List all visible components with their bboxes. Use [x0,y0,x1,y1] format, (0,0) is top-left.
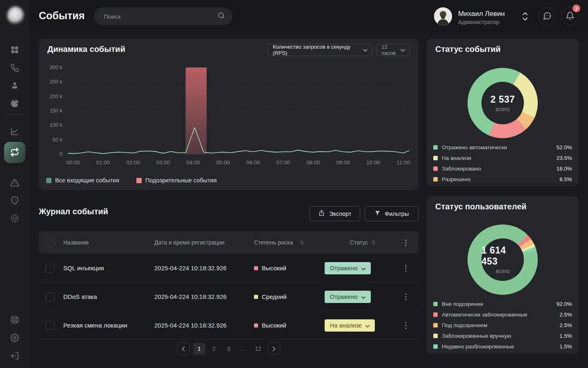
legend-row: Заблокированные вручную 1.5% [433,332,572,339]
column-header-status[interactable]: Статус ⇅ [350,231,376,254]
legend-row: Разрешено 6.5% [433,176,572,182]
row-menu-icon[interactable]: ⋮ [400,283,412,311]
svg-text:250 k: 250 k [49,79,62,85]
avatar[interactable] [434,7,452,25]
event-risk: Средний [254,283,287,311]
risk-swatch [254,323,258,328]
notifications-count-badge: 2 [572,4,580,12]
svg-text:07:00: 07:00 [276,159,290,166]
legend-label: Подозрительные события [145,177,217,184]
export-label: Экспорт [329,211,351,217]
sidebar-item-users[interactable] [9,80,20,91]
legend-swatch [433,166,438,171]
user-menu-expander-icon[interactable] [521,11,529,22]
metric-select[interactable]: Количество запросов в секунду (RPS) [267,44,372,56]
legend-swatch [433,323,438,328]
select-all-checkbox[interactable] [45,238,54,247]
messages-button[interactable] [538,7,556,25]
row-checkbox[interactable] [45,264,54,273]
logout-icon [10,351,19,360]
svg-text:09:00: 09:00 [336,159,350,166]
events-status-donut: 2 537 всего [468,68,538,138]
chevron-down-icon [361,294,365,300]
column-header-datetime: Дата и время регистрации [154,231,225,254]
pagination-page-1[interactable]: 1 [193,343,205,355]
sidebar-item-analytics[interactable] [9,126,20,137]
search-bar [94,7,233,25]
legend-row: Недавно разблокированные 1.5% [433,343,572,350]
row-menu-icon[interactable]: ⋮ [400,254,412,282]
user-icon [10,81,19,90]
row-menu-icon[interactable]: ⋮ [400,311,412,339]
filter-icon [374,210,381,218]
events-total: 2 537 [490,94,515,105]
legend-percent: 92.0% [557,301,572,307]
sidebar-item-help[interactable] [9,314,20,325]
sidebar-item-network[interactable] [9,213,20,224]
legend-label: Заблокированные вручную [442,333,559,339]
user-role: Администратор [458,19,499,25]
sidebar-item-security[interactable] [9,195,20,206]
pagination-next-button[interactable] [268,343,280,355]
sidebar-item-alerts[interactable] [9,177,20,188]
journal-title: Журнал событий [39,207,108,216]
donut-center: 1 614 453 всего [481,238,524,281]
search-input[interactable] [104,13,217,20]
sidebar-item-calls[interactable] [9,62,20,74]
risk-label: Средний [262,293,287,300]
legend-label: Разрешено [442,176,559,182]
export-button[interactable]: Экспорт [310,206,360,221]
pagination-prev-button[interactable] [177,343,189,355]
page-title: События [39,10,85,22]
svg-text:02:00: 02:00 [126,159,140,166]
legend-label: Автоматически заблокированные [442,312,559,318]
donut-center: 2 537 всего [481,82,524,124]
status-dropdown[interactable]: На анализе [325,319,375,332]
sidebar-item-settings[interactable] [9,332,20,343]
legend-row: Под подозрением 2.5% [433,322,572,328]
pagination: 1 2 3 … 12 [39,343,419,355]
risk-label: Высокий [262,322,286,329]
pagination-page-12[interactable]: 12 [252,343,264,355]
legend-row: Заблокировано 18.0% [433,165,572,172]
warning-triangle-icon [10,178,19,187]
pagination-page-2[interactable]: 2 [208,343,220,355]
users-status-title: Статус пользователей [435,202,526,211]
column-header-risk[interactable]: Степень риска ⇅ [254,231,304,254]
status-dropdown[interactable]: Отражено [325,291,371,303]
legend-swatch [46,178,51,183]
sidebar-item-events-active[interactable] [4,142,25,163]
risk-swatch [254,295,258,299]
table-header-menu-icon[interactable]: ⋮ [400,231,412,254]
table-header: Название Дата и время регистрации Степен… [39,231,419,254]
svg-text:06:00: 06:00 [246,159,260,166]
row-checkbox[interactable] [45,292,54,301]
pagination-page-3[interactable]: 3 [223,343,235,355]
sidebar-item-logout[interactable] [9,350,20,361]
sort-icon[interactable]: ⇅ [300,240,304,246]
sidebar-divider [6,114,24,114]
topbar: События Михаил Левин Администратор [0,0,588,33]
status-dropdown[interactable]: Отражено [325,262,371,274]
row-checkbox[interactable] [45,321,54,330]
legend-swatch [433,334,438,338]
event-status-cell: Отражено [325,283,371,311]
table-row[interactable]: DDoS атака 2025-04-224 10:18:32.926 Сред… [39,283,419,311]
legend-item-suspicious: Подозрительные события [136,177,217,184]
sidebar-item-reports[interactable] [9,98,20,109]
sidebar-item-dashboard[interactable] [9,44,20,56]
svg-text:200 k: 200 k [49,93,62,99]
svg-text:0: 0 [60,151,62,157]
legend-swatch [136,178,142,183]
column-header-status-label: Статус [350,239,368,246]
legend-percent: 1.5% [559,343,572,350]
table-row[interactable]: Резкая смена локации 2025-04-224 10:18:3… [39,311,419,340]
risk-swatch [254,266,258,270]
legend-label: Под подозрением [442,322,559,328]
sort-icon[interactable]: ⇅ [371,240,376,246]
filters-button[interactable]: Фильтры [365,206,419,221]
events-status-title: Статус событий [435,45,501,54]
range-select[interactable]: 12 часов [376,44,410,56]
pagination-ellipsis: … [237,343,249,355]
table-row[interactable]: SQL инъекция 2025-04-224 10:18:32.926 Вы… [39,254,419,283]
